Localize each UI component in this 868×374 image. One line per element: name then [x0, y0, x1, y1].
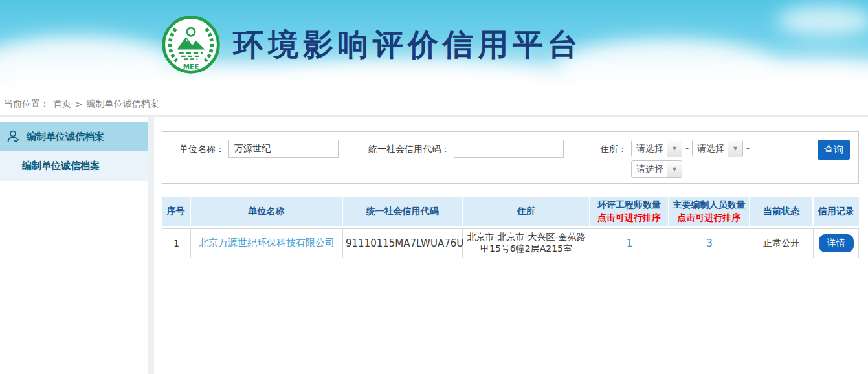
sidebar-gutter	[148, 117, 154, 374]
brand: MEE 环境影响评价信用平台	[161, 14, 583, 75]
staff-count-link[interactable]: 3	[706, 237, 713, 249]
company-name-input[interactable]	[228, 140, 339, 158]
company-name-label: 单位名称：	[179, 140, 225, 158]
results-table: 序号 单位名称 统一社会信用代码 住所 环评工程师数量 点击可进行排序 主要编制…	[162, 197, 859, 258]
address-city-select[interactable]: 请选择 ▼	[692, 140, 743, 157]
address-value: 北京市-北京市-大兴区-金苑路甲15号6幢2层A215室	[463, 228, 590, 258]
sidebar: 编制单位诚信档案 编制单位诚信档案	[0, 117, 148, 374]
breadcrumb-prefix: 当前位置：	[4, 98, 49, 110]
address-district-select[interactable]: 请选择 ▼	[631, 160, 682, 178]
breadcrumb: 当前位置： 首页 > 编制单位诚信档案	[0, 93, 868, 117]
header-company: 单位名称	[191, 197, 343, 228]
row-index: 1	[162, 228, 191, 258]
address-dash: -	[746, 140, 750, 157]
status-value: 正常公开	[750, 228, 814, 258]
main-panel: 单位名称： 统一社会信用代码： 住所： 请选择 ▼ -	[154, 117, 868, 374]
breadcrumb-separator: >	[75, 99, 83, 109]
sidebar-subitem-label: 编制单位诚信档案	[22, 160, 100, 172]
sort-hint: 点击可进行排序	[590, 211, 668, 224]
header-engineer-count-sort[interactable]: 环评工程师数量 点击可进行排序	[590, 197, 669, 228]
chevron-down-icon: ▼	[728, 140, 742, 157]
address-dash: -	[685, 140, 689, 157]
header-address: 住所	[463, 197, 590, 228]
credit-code-field: 统一社会信用代码：	[368, 140, 564, 158]
address-selects: 请选择 ▼ - 请选择 ▼ - 请选择 ▼	[631, 140, 753, 178]
credit-code-input[interactable]	[454, 140, 564, 158]
sidebar-item-label: 编制单位诚信档案	[27, 131, 104, 143]
address-label: 住所：	[600, 140, 627, 158]
engineer-count-link[interactable]: 1	[627, 237, 633, 249]
sort-hint: 点击可进行排序	[669, 211, 749, 224]
chevron-down-icon: ▼	[667, 140, 682, 157]
header-staff-count-sort[interactable]: 主要编制人员数量 点击可进行排序	[669, 197, 750, 228]
chevron-down-icon: ▼	[667, 161, 682, 177]
user-check-icon	[6, 129, 21, 144]
mee-logo-icon: MEE	[161, 14, 221, 75]
address-field: 住所： 请选择 ▼ - 请选择 ▼ -	[600, 140, 753, 178]
search-form: 单位名称： 统一社会信用代码： 住所： 请选择 ▼ -	[162, 131, 859, 184]
site-header: MEE 环境影响评价信用平台	[0, 0, 868, 93]
header-index: 序号	[162, 197, 191, 228]
header-status: 当前状态	[750, 197, 814, 228]
breadcrumb-home-link[interactable]: 首页	[53, 98, 71, 110]
detail-button[interactable]: 详情	[819, 234, 854, 252]
content-area: 编制单位诚信档案 编制单位诚信档案 单位名称： 统一社会信用代码： 住所：	[0, 117, 868, 374]
table-header-row: 序号 单位名称 统一社会信用代码 住所 环评工程师数量 点击可进行排序 主要编制…	[162, 197, 859, 228]
sidebar-subitem-credit-archive[interactable]: 编制单位诚信档案	[0, 151, 148, 181]
company-name-link[interactable]: 北京万源世纪环保科技有限公司	[199, 237, 335, 248]
query-button[interactable]: 查询	[818, 140, 850, 160]
header-credit-record: 信用记录	[814, 197, 859, 228]
svg-text:MEE: MEE	[183, 63, 199, 71]
breadcrumb-current: 编制单位诚信档案	[87, 98, 159, 110]
header-credit-code: 统一社会信用代码	[343, 197, 463, 228]
credit-code-value: 91110115MA7LWUA76U	[343, 228, 463, 258]
company-name-field: 单位名称：	[179, 140, 339, 158]
table-row: 1 北京万源世纪环保科技有限公司 91110115MA7LWUA76U 北京市-…	[162, 228, 859, 258]
sidebar-item-credit-archive[interactable]: 编制单位诚信档案	[0, 122, 148, 151]
page-title: 环境影响评价信用平台	[233, 25, 583, 65]
credit-code-label: 统一社会信用代码：	[368, 140, 450, 158]
address-province-select[interactable]: 请选择 ▼	[631, 140, 682, 157]
cloud-decoration	[777, 5, 868, 36]
